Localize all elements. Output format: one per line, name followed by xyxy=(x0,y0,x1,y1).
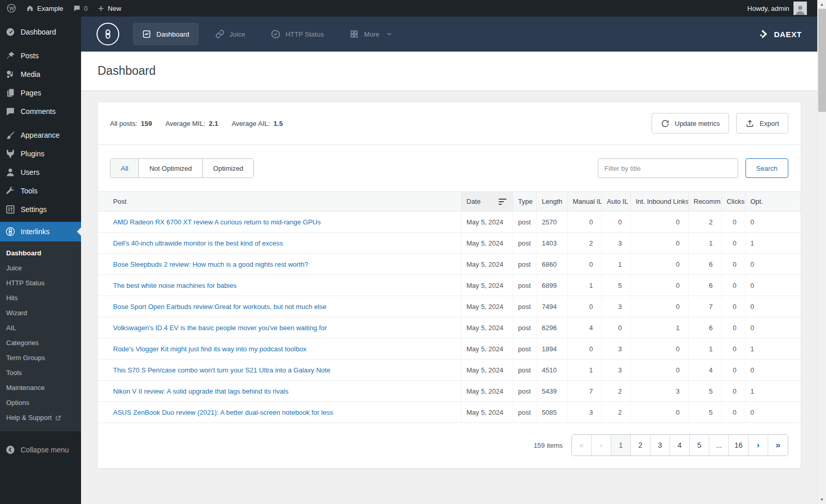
sidebar-item-settings[interactable]: Settings xyxy=(0,200,81,219)
scrollbar-thumb[interactable] xyxy=(818,9,826,112)
next-page-button[interactable]: › xyxy=(749,435,768,456)
tab-juice[interactable]: Juice xyxy=(206,23,255,45)
column-header-type: Type xyxy=(513,192,536,212)
howdy-text[interactable]: Howdy, admin xyxy=(748,5,789,12)
post-title-cell: Volkswagen's ID.4 EV is the basic people… xyxy=(98,317,461,338)
tab-dashboard[interactable]: Dashboard xyxy=(133,23,199,45)
post-title-link[interactable]: Bose Sport Open Earbuds review:Great for… xyxy=(113,303,326,311)
tab-http-status[interactable]: HTTP Status xyxy=(262,23,333,45)
page-button-2[interactable]: 2 xyxy=(631,435,650,456)
submenu-item-maintenance[interactable]: Maintenance xyxy=(0,380,81,395)
post-title-link[interactable]: The best white noise machines for babies xyxy=(113,282,236,289)
manual-il-cell: 4 xyxy=(567,317,601,338)
clicks-cell: 0 xyxy=(721,254,745,275)
filter-tab-not-optimized[interactable]: Not Optimized xyxy=(139,159,202,177)
brush-icon xyxy=(5,130,15,140)
sidebar-item-interlinks[interactable]: Interlinks xyxy=(0,222,81,241)
sidebar-item-appearance[interactable]: Appearance xyxy=(0,126,81,144)
table-row: Bose Sport Open Earbuds review:Great for… xyxy=(98,296,801,317)
auto-il-cell: 3 xyxy=(601,296,630,317)
post-title-link[interactable]: This S70 S Pen/case combo won't turn you… xyxy=(113,366,330,374)
posts-table: Post Date Type Length Manual IL Auto IL … xyxy=(98,191,801,423)
plugin-icon xyxy=(5,149,15,159)
submenu-item-wizard[interactable]: Wizard xyxy=(0,305,81,320)
tab-more[interactable]: More xyxy=(340,23,402,45)
sidebar-item-dashboard[interactable]: Dashboard xyxy=(0,23,81,41)
submenu-item-juice[interactable]: Juice xyxy=(0,261,81,275)
media-icon xyxy=(5,69,15,79)
submenu-item-http-status[interactable]: HTTP Status xyxy=(0,275,81,290)
first-page-button[interactable]: « xyxy=(572,435,592,456)
column-header-post: Post xyxy=(98,192,461,212)
post-title-cell: Rode's Vlogger Kit might just find its w… xyxy=(98,338,461,360)
last-page-button[interactable]: » xyxy=(768,435,788,456)
int-inbound-links-cell: 0 xyxy=(630,275,688,296)
submenu-item-ail[interactable]: AIL xyxy=(0,320,81,335)
gauge-icon xyxy=(5,27,15,37)
filter-by-title-input[interactable] xyxy=(598,158,738,178)
type-cell: post xyxy=(513,254,536,275)
page-button-4[interactable]: 4 xyxy=(670,435,690,456)
filter-tab-all[interactable]: All xyxy=(110,159,139,177)
search-button[interactable]: Search xyxy=(745,158,788,178)
filter-tab-optimized[interactable]: Optimized xyxy=(203,159,254,177)
sidebar-item-media[interactable]: Media xyxy=(0,65,81,84)
submenu-item-dashboard[interactable]: Dashboard xyxy=(0,246,81,261)
grid-icon xyxy=(350,29,359,39)
post-title-link[interactable]: ASUS ZenBook Duo review (2021): A better… xyxy=(113,409,333,416)
page-button-5[interactable]: 5 xyxy=(690,435,709,456)
clicks-cell: 0 xyxy=(721,275,745,296)
table-row: Dell's 40-inch ultrawide monitor is the … xyxy=(98,233,801,254)
submenu-item-categories[interactable]: Categories xyxy=(0,335,81,350)
sidebar-item-posts[interactable]: Posts xyxy=(0,46,81,65)
collapse-menu-button[interactable]: Collapse menu xyxy=(0,441,81,459)
table-body: AMD Radeon RX 6700 XT review A curious r… xyxy=(98,212,801,423)
sort-icon[interactable] xyxy=(498,198,507,206)
submenu-item-tools[interactable]: Tools xyxy=(0,365,81,380)
sidebar-item-pages[interactable]: Pages xyxy=(0,84,81,102)
recomm-cell: 4 xyxy=(688,360,721,381)
scroll-up-arrow[interactable]: ▲ xyxy=(818,0,826,9)
stats-bar: All posts: 159 Average MIL: 2.1 Average … xyxy=(98,102,801,145)
sidebar-item-tools[interactable]: Tools xyxy=(0,182,81,200)
submenu-item-options[interactable]: Options xyxy=(0,395,81,410)
update-metrics-button[interactable]: Update metrics xyxy=(652,113,729,134)
site-name-menu[interactable]: Example xyxy=(26,4,63,12)
wordpress-logo-icon[interactable] xyxy=(6,3,17,13)
post-title-link[interactable]: Volkswagen's ID.4 EV is the basic people… xyxy=(113,324,327,332)
pages-icon xyxy=(5,88,15,98)
clicks-cell: 0 xyxy=(721,402,745,423)
submenu-item-help-support[interactable]: Help & Support xyxy=(0,410,81,425)
post-title-cell: ASUS ZenBook Duo review (2021): A better… xyxy=(98,402,461,423)
page-button-3[interactable]: 3 xyxy=(650,435,670,456)
daext-brand: DAEXT xyxy=(758,28,802,40)
comments-menu[interactable]: 0 xyxy=(73,4,88,12)
post-title-link[interactable]: Bose Sleepbuds 2 review: How much is a g… xyxy=(113,261,308,268)
avatar[interactable] xyxy=(793,2,807,15)
post-title-link[interactable]: Rode's Vlogger Kit might just find its w… xyxy=(113,345,307,353)
post-title-link[interactable]: Dell's 40-inch ultrawide monitor is the … xyxy=(113,239,283,247)
new-content-menu[interactable]: New xyxy=(97,5,121,12)
items-count: 159 items xyxy=(534,442,563,449)
export-button[interactable]: Export xyxy=(736,113,788,134)
page-button-1[interactable]: 1 xyxy=(611,435,631,456)
post-title-link[interactable]: AMD Radeon RX 6700 XT review A curious r… xyxy=(113,218,321,226)
page-button-16[interactable]: 16 xyxy=(729,435,749,456)
prev-page-button[interactable]: ‹ xyxy=(592,435,611,456)
scroll-down-arrow[interactable]: ▼ xyxy=(818,495,826,504)
post-title-link[interactable]: Nikon V II review: A solid upgrade that … xyxy=(113,387,289,395)
opt-cell: 0 xyxy=(745,360,801,381)
manual-il-cell: 2 xyxy=(567,233,601,254)
column-header-date: Date xyxy=(461,192,513,212)
recomm-cell: 2 xyxy=(688,212,721,233)
sidebar-item-comments[interactable]: Comments xyxy=(0,102,81,121)
submenu-item-hits[interactable]: Hits xyxy=(0,290,81,305)
chart-icon xyxy=(142,29,151,39)
comment-bubble-icon xyxy=(73,4,81,12)
sidebar-item-plugins[interactable]: Plugins xyxy=(0,144,81,163)
sidebar-item-users[interactable]: Users xyxy=(0,163,81,182)
auto-il-cell: 3 xyxy=(601,233,630,254)
external-link-icon xyxy=(55,415,61,421)
filter-bar: All Not Optimized Optimized Search xyxy=(98,145,801,191)
submenu-item-term-groups[interactable]: Term Groups xyxy=(0,350,81,365)
